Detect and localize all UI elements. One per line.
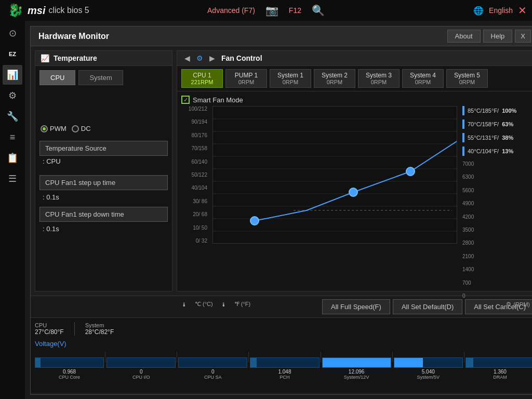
f12-label[interactable]: F12 (289, 6, 301, 15)
fan-control-panel: ◀ ⚙ ▶ Fan Control CPU 1221RPMPUMP 10RPMS… (177, 50, 532, 291)
sidebar-icon-settings[interactable]: ⚙ (3, 86, 22, 105)
voltage-bar-name: CPU I/O (132, 375, 150, 380)
smart-fan-label: Smart Fan Mode (193, 96, 243, 104)
checkmark-icon: ✓ (183, 97, 188, 103)
voltage-bar-fill (466, 358, 473, 367)
celsius-label: ℃ (°C) (195, 301, 213, 308)
y-axis-left-label: 100/212 (181, 106, 207, 112)
voltage-bar-fill (323, 358, 391, 367)
chart-footer: 🌡 ℃ (°C) 🌡 ℉ (°F) ⚙ (RPM) (181, 299, 530, 310)
voltage-bar-container (250, 357, 319, 368)
thermometer-icon: 🌡 (181, 301, 187, 308)
sidebar-icon-ez[interactable]: EZ (3, 44, 22, 64)
y-axis-left-label: 90/194 (181, 119, 207, 125)
about-button[interactable]: About (447, 30, 481, 43)
voltage-bar-fill (394, 358, 423, 367)
voltage-separator (105, 352, 105, 362)
fan-tab-system-4[interactable]: System 40RPM (402, 69, 444, 88)
y-axis-left-label: 30/ 86 (181, 198, 207, 204)
voltage-bar-name: CPU SA (204, 375, 222, 380)
voltage-bar-name: System/12V (344, 375, 369, 380)
dialog-close-button[interactable]: X (515, 30, 531, 43)
sidebar-icon-monitor[interactable]: 📊 (3, 65, 22, 85)
dialog-action-buttons: About Help X (447, 30, 531, 43)
temp-divider (74, 322, 75, 336)
legend-item-2: 55°C/131°F/38% (462, 133, 530, 142)
fan-tab-system-1[interactable]: System 10RPM (270, 69, 311, 88)
top-right-controls: 🌐 English ✕ (473, 4, 527, 17)
voltage-bar-container (178, 357, 247, 368)
cpu-temp-value: 27°C/80°F (35, 328, 64, 336)
sidebar-icon-tools[interactable]: 🔧 (3, 107, 22, 126)
top-panels: 📈 Temperature CPU System PWM (31, 46, 532, 296)
curve-point-1[interactable] (250, 217, 259, 225)
legend-bar-2 (462, 133, 464, 142)
top-close-button[interactable]: ✕ (518, 4, 527, 17)
voltage-bar-container (466, 357, 532, 368)
temp-source-button[interactable]: Temperature Source (39, 141, 168, 156)
fan-tab-system-2[interactable]: System 20RPM (314, 69, 355, 88)
legend-bar-0 (462, 106, 464, 115)
voltage-item-system5v: 5.040System/5V (394, 357, 463, 380)
fan-tab-system-3[interactable]: System 30RPM (358, 69, 400, 88)
voltage-separator (177, 352, 177, 362)
y-axis-right-label: 6300 (462, 174, 530, 180)
fan-nav-forward-button[interactable]: ▶ (207, 54, 217, 62)
voltage-section-title[interactable]: Voltage(V) (35, 340, 532, 348)
help-button[interactable]: Help (483, 30, 513, 43)
legend-bar-1 (462, 119, 464, 129)
chart-area: ✓ Smart Fan Mode 100/21290/19480/17670/1… (177, 91, 532, 314)
bottom-stats-area: CPU 27°C/80°F System 28°C/82°F Voltage(V… (31, 317, 532, 393)
fan-tab-cpu-1[interactable]: CPU 1221RPM (181, 69, 223, 88)
voltage-item-pch: 1.048PCH (250, 357, 319, 380)
voltage-bar-name: CPU Core (59, 375, 80, 380)
dialog-title: Hardware Monitor (38, 32, 109, 41)
sidebar-icon-list2[interactable]: 📋 (3, 148, 22, 168)
cpu-temp-display: CPU 27°C/80°F (35, 322, 64, 336)
step-down-button[interactable]: CPU Fan1 step down time (39, 207, 168, 222)
smart-fan-checkbox[interactable]: ✓ (181, 96, 190, 104)
y-axis-right-label: 1400 (462, 267, 530, 272)
legend-item-0: 85°C/185°F/100% (462, 106, 530, 115)
voltage-bar-value: 5.040 (422, 369, 435, 375)
legend-pct-1: 63% (502, 121, 513, 127)
step-up-button[interactable]: CPU Fan1 step up time (39, 175, 168, 190)
voltage-bar-fill (250, 358, 257, 367)
curve-point-3[interactable] (406, 167, 415, 176)
y-axis-right-label: 7000 (462, 161, 530, 167)
voltage-bar-name: System/5V (417, 375, 440, 380)
dialog-body: 📈 Temperature CPU System PWM (31, 46, 532, 394)
y-axis-right-label: 4900 (462, 201, 530, 206)
legend-temp-3: 40°C/104°F/ (468, 148, 499, 154)
dc-radio[interactable]: DC (72, 125, 91, 132)
system-button[interactable]: System (78, 70, 123, 85)
temperature-readings-row: CPU 27°C/80°F System 28°C/82°F (35, 322, 532, 336)
y-axis-right: 7000630056004900420035002800210014007000 (462, 161, 530, 299)
fan-nav-back-button[interactable]: ◀ (182, 54, 192, 62)
legend-bar-3 (462, 147, 464, 156)
bios-sidebar: ⊙ EZ 📊 ⚙ 🔧 ≡ 📋 ☰ (0, 21, 25, 399)
legend-pct-3: 13% (502, 148, 513, 154)
chart-legend: 85°C/185°F/100%70°C/158°F/63%55°C/131°F/… (462, 106, 530, 156)
language-label[interactable]: English (489, 6, 513, 15)
sidebar-icon-list1[interactable]: ≡ (3, 127, 22, 147)
pwm-dc-selector: PWM DC (35, 121, 172, 137)
search-icon: 🔍 (312, 4, 325, 17)
cpu-button[interactable]: CPU (39, 70, 75, 85)
sidebar-icon-menu[interactable]: ☰ (3, 169, 22, 189)
temp-source-value: : CPU (39, 156, 168, 167)
advanced-menu-label[interactable]: Advanced (F7) (207, 6, 255, 15)
fan-tab-pump-1[interactable]: PUMP 10RPM (225, 69, 267, 88)
legend-pct-2: 38% (502, 135, 513, 141)
sidebar-icon-home[interactable]: ⊙ (3, 23, 22, 43)
fan-tab-system-5[interactable]: System 50RPM (446, 69, 488, 88)
voltage-bar-value: 1.048 (278, 369, 291, 375)
curve-point-2[interactable] (349, 188, 357, 196)
y-axis-left-label: 40/104 (181, 185, 207, 191)
voltage-bar-name: PCH (280, 375, 289, 380)
fan-curve-chart[interactable] (212, 106, 457, 244)
y-axis-left-label: 10/ 50 (181, 225, 207, 231)
fan-control-header: ◀ ⚙ ▶ Fan Control (177, 51, 532, 66)
pwm-radio[interactable]: PWM (41, 125, 66, 132)
temperature-header: 📈 Temperature (35, 51, 172, 66)
